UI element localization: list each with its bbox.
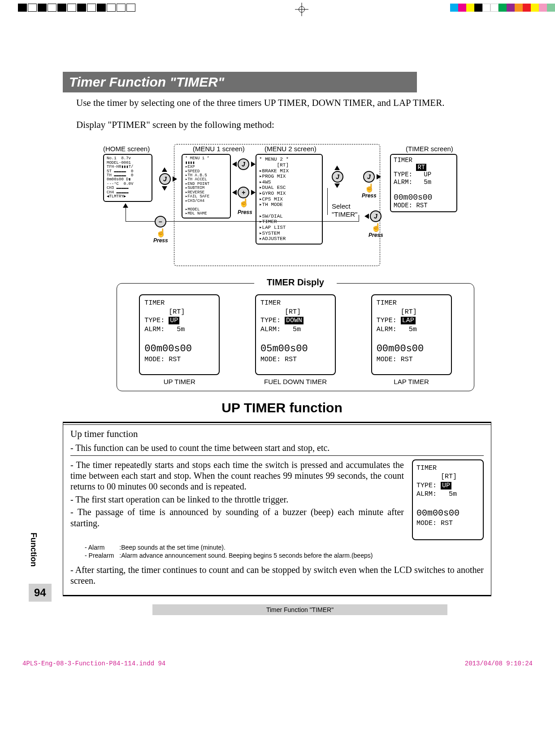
lcd-menu2: * MENU 2 * [RT] ▸BRAKE MIX ▸PROG MIX ▸4W… xyxy=(256,154,323,245)
footer-title-bar: Timer Function "TIMER" xyxy=(152,604,447,615)
up-timer-p1: - This function can be used to count the… xyxy=(70,442,484,453)
lcd-menu1: * MENU 1 * ▮▮▮▮ ▸EXP ▸SPEED ▸TH A.B.S ▸T… xyxy=(182,154,231,218)
caption-lap-timer: LAP TIMER xyxy=(371,378,452,385)
up-timer-p4: - The passage of time is announced by so… xyxy=(70,507,404,529)
arrow-left-icon xyxy=(364,214,369,219)
press-label: Press xyxy=(153,237,168,244)
arrow-right-icon xyxy=(173,176,177,182)
arrow-down-icon xyxy=(334,184,340,188)
minus-button[interactable]: – xyxy=(155,216,166,227)
up-timer-function-box: Up timer function - This function can be… xyxy=(63,422,491,596)
navigation-flow-diagram: (HOME screen) (MENU 1 screen) (MENU 2 sc… xyxy=(76,140,501,279)
select-target-label: "TIMER" xyxy=(332,210,357,218)
hand-pointer-icon: ☝ xyxy=(371,223,381,232)
timer-display-panel: TIMER Disply TIMER [RT] TYPE: UP ALRM: 5… xyxy=(117,283,474,391)
side-tab-function: Function xyxy=(29,533,38,567)
function-box-title: Up timer function xyxy=(70,428,484,440)
arrow-right-icon xyxy=(251,162,256,167)
arrow-up-icon xyxy=(123,203,128,208)
arrow-up-icon xyxy=(334,166,340,170)
up-timer-heading: UP TIMER function xyxy=(63,400,501,415)
intro-paragraph-2: Display "PTIMER" screen by the following… xyxy=(76,119,497,131)
arrow-up-icon xyxy=(162,167,167,172)
label-home-screen: (HOME screen) xyxy=(103,145,150,153)
lcd-home: No.1 8.7v MODEL-0001 TFH-HR▮▮▮T/ ST ▬▬▬▬… xyxy=(103,154,152,201)
select-label: Select xyxy=(332,202,351,210)
lcd-down-timer: TIMER [RT] TYPE: DOWN ALRM: 5m 05m00s00 … xyxy=(255,294,336,375)
label-menu2-screen: (MENU 2 screen) xyxy=(264,145,317,153)
up-timer-p2: - The timer repeatedly starts and stops … xyxy=(70,459,404,492)
connector-line xyxy=(359,215,359,222)
arrow-left-icon xyxy=(232,162,237,167)
intro-paragraph-1: Use the timer by selecting one of the th… xyxy=(76,97,497,109)
connector-line xyxy=(126,221,155,222)
connector-line xyxy=(126,207,126,222)
lcd-timer: TIMER RT TYPE: UP ALRM: 5m 00m00s00 MODE… xyxy=(390,154,457,212)
press-label: Press xyxy=(369,232,383,238)
timer-col-down: TIMER [RT] TYPE: DOWN ALRM: 5m 05m00s00 … xyxy=(255,294,336,385)
connector-line xyxy=(166,221,359,222)
press-label: Press xyxy=(238,209,252,215)
timer-col-lap: TIMER [RT] TYPE: LAP ALRM: 5m 00m00s00 M… xyxy=(371,294,452,385)
up-timer-p3: - The first start operation can be linke… xyxy=(70,494,404,505)
print-footer: 4PLS-Eng-08-3-Function-P84-114.indd 94 2… xyxy=(0,642,555,676)
lcd-lap-timer: TIMER [RT] TYPE: LAP ALRM: 5m 00m00s00 M… xyxy=(371,294,452,375)
caption-up-timer: UP TIMER xyxy=(139,378,220,385)
divider xyxy=(70,455,484,456)
press-label: Press xyxy=(362,192,377,199)
connector-line xyxy=(327,188,328,215)
arrow-right-icon xyxy=(377,174,381,179)
arrow-down-icon xyxy=(162,186,167,191)
up-timer-p5: - After starting, the timer continues to… xyxy=(70,564,484,586)
label-menu1-screen: (MENU 1 screen) xyxy=(193,145,245,153)
jog-button[interactable]: J xyxy=(159,173,171,185)
arrow-right-icon xyxy=(251,190,256,195)
hand-pointer-icon: ☝ xyxy=(364,183,374,193)
print-file-path: 4PLS-Eng-08-3-Function-P84-114.indd 94 xyxy=(22,660,165,667)
lcd-up-timer: TIMER [RT] TYPE: UP ALRM: 5m 00m00s00 MO… xyxy=(139,294,220,375)
section-title-bar: Timer Function "TIMER" xyxy=(63,72,417,92)
hand-pointer-icon: ☝ xyxy=(156,228,166,238)
print-timestamp: 2013/04/08 9:10:24 xyxy=(465,660,533,667)
arrow-left-icon xyxy=(232,190,237,195)
page-number: 94 xyxy=(29,584,52,602)
label-timer-screen: (TIMER screen) xyxy=(406,145,453,153)
timer-col-up: TIMER [RT] TYPE: UP ALRM: 5m 00m00s00 MO… xyxy=(139,294,220,385)
hand-pointer-icon: ☝ xyxy=(239,198,249,208)
caption-down-timer: FUEL DOWN TIMER xyxy=(255,378,336,385)
timer-display-title: TIMER Disply xyxy=(254,277,337,288)
lcd-side-up-timer: TIMER [RT] TYPE: UP ALRM: 5m 00m00s00 MO… xyxy=(412,459,484,540)
alarm-notes: - Alarm:Beep sounds at the set time (min… xyxy=(84,543,373,560)
